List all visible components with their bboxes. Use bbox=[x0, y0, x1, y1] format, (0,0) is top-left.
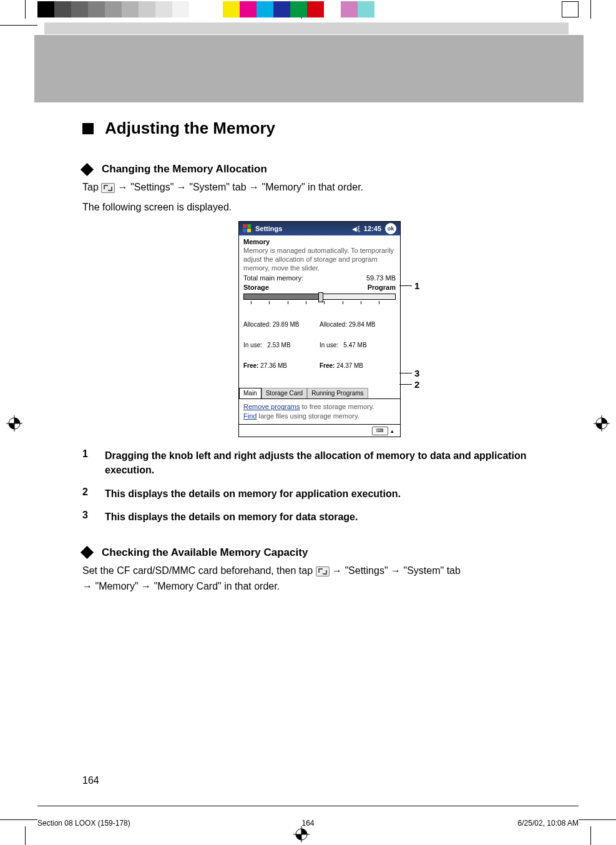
speaker-icon: ◀ξ bbox=[352, 225, 359, 232]
storage-label: Storage bbox=[243, 284, 269, 291]
footer-links: Remove programs to free storage memory. … bbox=[239, 399, 400, 424]
program-free-v: 24.37 MB bbox=[335, 362, 363, 369]
p1-b: → "Settings" → "System" tab → "Memory" i… bbox=[118, 182, 363, 192]
titlebar: Settings ◀ξ 12:45 ok bbox=[239, 222, 400, 235]
paragraph-3: Set the CF card/SD/MMC card beforehand, … bbox=[82, 563, 557, 579]
callout-1: 1 bbox=[414, 280, 419, 291]
link2-b: large files using storage memory. bbox=[257, 412, 359, 420]
callout-2: 2 bbox=[414, 379, 419, 390]
color-swatch-outline bbox=[562, 1, 579, 17]
numbered-list: 1 Dragging the knob left and right adjus… bbox=[82, 448, 557, 524]
header-light-strip bbox=[44, 22, 569, 34]
storage-free-l: Free: bbox=[243, 362, 258, 369]
storage-free-v: 27.36 MB bbox=[258, 362, 287, 369]
tab-main[interactable]: Main bbox=[239, 388, 262, 398]
heading-sub2: Checking the Available Memory Capacity bbox=[102, 546, 308, 559]
link-find[interactable]: Find bbox=[243, 412, 257, 420]
program-free-l: Free: bbox=[320, 362, 335, 369]
start-menu-icon bbox=[101, 183, 115, 193]
storage-allocated: Allocated: 29.89 MB bbox=[243, 321, 320, 328]
start-menu-icon bbox=[316, 566, 330, 576]
screen-desc: Memory is managed automatically. To temp… bbox=[239, 247, 400, 272]
windows-logo-icon bbox=[243, 224, 252, 233]
paragraph-2: The following screen is displayed. bbox=[82, 199, 557, 215]
clock-time: 12:45 bbox=[364, 225, 381, 232]
screen-heading: Memory bbox=[239, 235, 400, 247]
t3: This displays the details on memory for … bbox=[105, 510, 358, 524]
t1: Dragging the knob left and right adjusts… bbox=[105, 448, 557, 477]
n2: 2 bbox=[82, 487, 91, 501]
paragraph-1: Tap → "Settings" → "System" tab → "Memor… bbox=[82, 179, 557, 195]
svg-rect-14 bbox=[243, 229, 247, 232]
callout-3: 3 bbox=[414, 368, 419, 378]
footer-middle: 164 bbox=[301, 819, 314, 828]
total-label: Total main memory: bbox=[243, 274, 303, 282]
footer-left: Section 08 LOOX (159-178) bbox=[37, 819, 130, 828]
keyboard-icon[interactable]: ⌨ bbox=[372, 427, 388, 435]
memory-settings-screenshot: Settings ◀ξ 12:45 ok Memory Memory is ma… bbox=[238, 221, 401, 437]
registration-mark-icon bbox=[6, 415, 22, 432]
titlebar-label: Settings bbox=[255, 225, 348, 232]
diamond-bullet-icon bbox=[81, 162, 94, 175]
registration-mark-icon bbox=[594, 415, 610, 432]
program-allocated: Allocated: 29.84 MB bbox=[320, 321, 396, 328]
program-inuse: In use: 5.47 MB bbox=[320, 342, 396, 348]
page-content: Adjusting the Memory Changing the Memory… bbox=[82, 119, 557, 595]
heading-sub1: Changing the Memory Allocation bbox=[102, 163, 267, 175]
page-number: 164 bbox=[82, 775, 99, 786]
print-footer: Section 08 LOOX (159-178) 164 6/25/02, 1… bbox=[37, 819, 579, 828]
tab-running-programs[interactable]: Running Programs bbox=[307, 388, 368, 398]
header-grey-band bbox=[34, 35, 584, 102]
registration-mark-icon bbox=[293, 826, 310, 843]
tabs-row: Main Storage Card Running Programs bbox=[239, 387, 400, 399]
sip-arrow-icon[interactable]: ▴ bbox=[391, 428, 394, 434]
heading-main: Adjusting the Memory bbox=[105, 119, 275, 138]
p1-a: Tap bbox=[82, 182, 101, 192]
link-remove-programs[interactable]: Remove programs bbox=[243, 403, 300, 410]
tab-storage-card[interactable]: Storage Card bbox=[262, 388, 307, 398]
screenshot-with-callouts: Settings ◀ξ 12:45 ok Memory Memory is ma… bbox=[220, 221, 419, 437]
square-bullet-icon bbox=[82, 123, 94, 134]
svg-rect-12 bbox=[243, 224, 247, 228]
p3-b: → "Settings" → "System" tab bbox=[332, 565, 461, 576]
svg-rect-15 bbox=[247, 229, 251, 232]
svg-rect-13 bbox=[247, 224, 251, 228]
sip-bar: ⌨ ▴ bbox=[239, 424, 400, 437]
p3-c: → "Memory" → "Memory Card" in that order… bbox=[82, 578, 557, 595]
p3-a: Set the CF card/SD/MMC card beforehand, … bbox=[82, 565, 316, 576]
memory-slider[interactable] bbox=[243, 294, 396, 300]
slider-ticks bbox=[243, 301, 396, 306]
n3: 3 bbox=[82, 510, 91, 524]
t2: This displays the details on memory for … bbox=[105, 487, 401, 501]
storage-inuse: In use: 2.53 MB bbox=[243, 342, 320, 348]
program-label: Program bbox=[368, 284, 396, 291]
footer-right: 6/25/02, 10:08 AM bbox=[518, 819, 579, 828]
n1: 1 bbox=[82, 448, 91, 477]
link1-b: to free storage memory. bbox=[300, 403, 374, 410]
print-color-bar bbox=[37, 1, 391, 17]
total-value: 59.73 MB bbox=[366, 274, 396, 282]
ok-button[interactable]: ok bbox=[385, 223, 396, 234]
memory-stats: Allocated: 29.89 MB In use: 2.53 MB Free… bbox=[239, 306, 400, 387]
diamond-bullet-icon bbox=[81, 546, 94, 559]
